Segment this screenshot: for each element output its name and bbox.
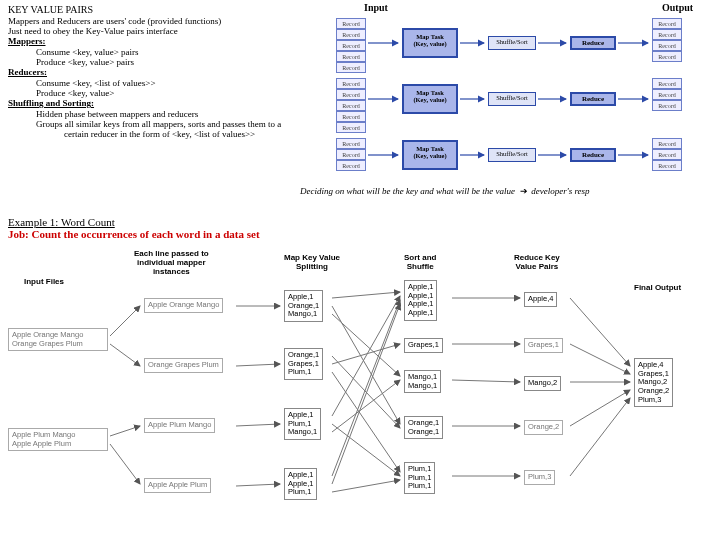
reduce-box: Reduce [570,148,616,162]
input-record: Record [336,149,366,160]
sort-group-box: Orange,1 Orange,1 [404,416,443,439]
reduce-output-box: Grapes,1 [524,338,563,353]
output-record: Record [652,40,682,51]
sort-group-box: Mango,1 Mango,1 [404,370,441,393]
svg-line-20 [332,292,400,298]
input-record: Record [336,62,366,73]
col-map: Map Key Value Splitting [284,254,340,272]
caption-post: developer's resp [531,186,589,196]
reduce-output-box: Orange,2 [524,420,563,435]
svg-line-14 [110,426,140,436]
svg-line-12 [110,306,140,336]
map-task-box: Map Task (Key, value) [402,140,458,170]
output-record: Record [652,29,682,40]
mappers-l2: Produce <key, value> pairs [8,57,281,67]
split-line-box: Apple Plum Mango [144,418,215,433]
svg-line-31 [332,480,400,492]
svg-line-15 [110,444,140,484]
svg-line-28 [332,380,400,432]
split-line-box: Orange Grapes Plum [144,358,223,373]
svg-line-21 [332,306,400,424]
svg-line-40 [570,390,630,426]
shuffle-l3: certain reducer in the form of <key, <li… [8,129,281,139]
map-task-box: Map Task (Key, value) [402,28,458,58]
output-record: Record [652,78,682,89]
col-reduce: Reduce Key Value Pairs [514,254,560,272]
svg-line-25 [332,372,400,472]
reducers-heading: Reducers: [8,67,281,77]
example-job: Job: Count the occurrences of each word … [8,228,260,240]
input-file-box: Apple Plum Mango Apple Apple Plum [8,428,108,451]
input-record: Record [336,111,366,122]
shuffle-sort-box: Shuffle/Sort [488,36,536,50]
input-record: Record [336,51,366,62]
top-text-block: KEY VALUE PAIRS Mappers and Reducers are… [8,4,281,140]
kv-title: KEY VALUE PAIRS [8,4,281,16]
output-record: Record [652,100,682,111]
map-output-box: Apple,1 Apple,1 Plum,1 [284,468,317,500]
col-sort: Sort and Shuffle [404,254,436,272]
svg-line-24 [332,344,400,364]
input-label: Input [364,2,388,13]
shuffle-sort-box: Shuffle/Sort [488,92,536,106]
caption-line: Deciding on what will be the key and wha… [300,186,590,196]
map-output-box: Apple,1 Orange,1 Mango,1 [284,290,323,322]
kv-line1: Mappers and Reducers are users' code (pr… [8,16,281,26]
mapreduce-flow-diagram: Input Output Record Record Record Record… [332,0,712,178]
shuffle-heading: Shuffling and Sorting: [8,98,281,108]
input-record: Record [336,40,366,51]
svg-line-18 [236,424,280,426]
input-file-box: Apple Orange Mango Orange Grapes Plum [8,328,108,351]
svg-line-19 [236,484,280,486]
wordcount-arrows [4,248,716,536]
svg-line-13 [110,344,140,366]
col-split: Each line passed to individual mapper in… [134,250,209,276]
reducers-l2: Produce <key, value> [8,88,281,98]
output-record: Record [652,89,682,100]
svg-line-37 [570,298,630,366]
svg-line-23 [332,356,400,428]
svg-line-38 [570,344,630,374]
output-record: Record [652,138,682,149]
output-label: Output [662,2,693,13]
output-record: Record [652,160,682,171]
input-record: Record [336,18,366,29]
svg-line-41 [570,398,630,476]
shuffle-l2: Groups all similar keys from all mappers… [8,119,281,129]
col-final: Final Output [634,284,681,293]
svg-line-27 [332,424,400,476]
caption-pre: Deciding on what will be the key and wha… [300,186,517,196]
input-record: Record [336,29,366,40]
svg-line-22 [332,314,400,376]
reduce-output-box: Mango,2 [524,376,561,391]
mappers-heading: Mappers: [8,36,281,46]
mappers-l1: Consume <key, value> pairs [8,47,281,57]
example-title: Example 1: Word Count [8,216,260,228]
input-record: Record [336,78,366,89]
input-record: Record [336,138,366,149]
output-record: Record [652,149,682,160]
col-input-files: Input Files [24,278,64,287]
shuffle-l1: Hidden phase between mappers and reducer… [8,109,281,119]
sort-group-box: Apple,1 Apple,1 Apple,1 Apple,1 [404,280,437,321]
sort-group-box: Grapes,1 [404,338,443,353]
output-record: Record [652,18,682,29]
svg-line-34 [452,380,520,382]
output-record: Record [652,51,682,62]
svg-line-17 [236,364,280,366]
svg-line-26 [332,296,400,416]
map-task-box: Map Task (Key, value) [402,84,458,114]
reducers-l1: Consume <key, <list of values>> [8,78,281,88]
svg-line-29 [332,300,400,476]
sort-group-box: Plum,1 Plum,1 Plum,1 [404,462,435,494]
input-record: Record [336,160,366,171]
svg-line-30 [332,304,400,484]
kv-line2: Just need to obey the Key-Value pairs in… [8,26,281,36]
reduce-box: Reduce [570,36,616,50]
final-output-box: Apple,4 Grapes,1 Mango,2 Orange,2 Plum,3 [634,358,673,407]
reduce-output-box: Apple,4 [524,292,557,307]
right-arrow-icon: ➔ [517,186,531,196]
map-output-box: Orange,1 Grapes,1 Plum,1 [284,348,323,380]
split-line-box: Apple Orange Mango [144,298,223,313]
map-output-box: Apple,1 Plum,1 Mango,1 [284,408,321,440]
